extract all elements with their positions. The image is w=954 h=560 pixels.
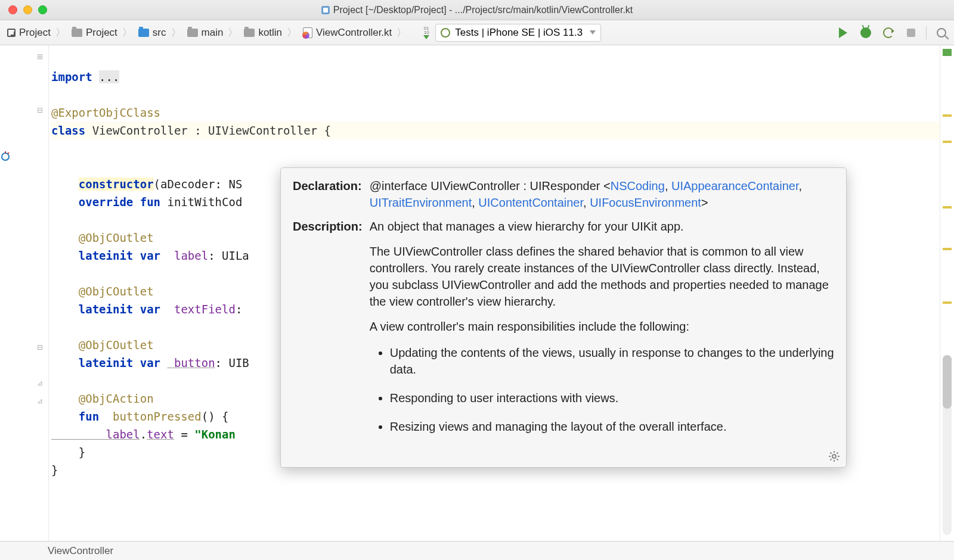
breadcrumb-root-label: Project xyxy=(19,27,51,39)
doc-link[interactable]: UIAppearanceContainer xyxy=(671,179,798,192)
inspection-status-marker[interactable] xyxy=(943,49,952,56)
fold-toggle-icon[interactable]: ⊟ xyxy=(37,343,43,351)
doc-list-item: Resizing views and managing the layout o… xyxy=(390,418,834,435)
window-controls xyxy=(0,5,47,14)
search-everywhere-button[interactable] xyxy=(934,25,949,41)
warning-marker[interactable] xyxy=(943,248,952,250)
coverage-button[interactable] xyxy=(881,25,896,41)
breadcrumb-main[interactable]: main 〉 xyxy=(185,26,241,39)
stop-icon xyxy=(907,29,915,37)
close-window-button[interactable] xyxy=(8,5,17,14)
doc-declaration-key: Declaration: xyxy=(293,178,370,218)
chevron-right-icon: 〉 xyxy=(287,26,297,39)
doc-list-item: Responding to user interactions with vie… xyxy=(390,390,834,406)
folder-icon xyxy=(72,29,82,37)
download-icon: 0110 xyxy=(423,26,429,39)
editor-area: ⊞ ⊟ ⊟ ⊿ ⊿ import ... @ExportObjCClass cl… xyxy=(0,45,954,541)
window-title: Project [~/Desktop/Project] - .../Projec… xyxy=(0,5,954,15)
dropdown-icon xyxy=(590,30,596,35)
breadcrumb-project[interactable]: Project 〉 xyxy=(69,26,135,39)
debug-button[interactable] xyxy=(858,25,874,41)
doc-table: Declaration: @interface UIViewController… xyxy=(293,178,834,454)
fold-end-icon[interactable]: ⊿ xyxy=(37,397,43,405)
run-config-label: Tests | iPhone SE | iOS 11.3 xyxy=(455,27,583,39)
coverage-icon xyxy=(883,27,894,38)
breadcrumb-file[interactable]: ViewController.kt 〉 xyxy=(301,26,409,39)
doc-link[interactable]: NSCoding xyxy=(611,179,665,192)
doc-link[interactable]: UIFocusEnvironment xyxy=(590,196,701,209)
svg-line-9 xyxy=(837,453,838,454)
breadcrumb-root[interactable]: Project 〉 xyxy=(5,26,68,39)
breadcrumb-src[interactable]: src 〉 xyxy=(136,26,184,39)
breadcrumb-kotlin[interactable]: kotlin 〉 xyxy=(241,26,299,39)
project-root-icon xyxy=(7,29,16,37)
breadcrumb-label: Project xyxy=(86,27,117,39)
chevron-right-icon: 〉 xyxy=(171,26,181,39)
warning-marker[interactable] xyxy=(943,301,952,304)
left-tool-strip xyxy=(0,45,20,541)
stop-button[interactable] xyxy=(903,25,919,41)
svg-line-6 xyxy=(831,453,832,454)
play-icon xyxy=(839,27,847,38)
doc-list-item: Updating the contents of the views, usua… xyxy=(390,344,834,378)
status-breadcrumb[interactable]: ViewController xyxy=(48,545,113,557)
warning-marker[interactable] xyxy=(943,206,952,209)
run-target-icon xyxy=(441,28,450,38)
warning-marker[interactable] xyxy=(943,141,952,143)
svg-point-0 xyxy=(2,153,9,160)
scrollbar-thumb[interactable] xyxy=(943,355,952,409)
implementing-method-icon[interactable] xyxy=(0,151,11,162)
folder-icon xyxy=(138,29,149,37)
search-icon xyxy=(937,28,946,38)
sync-button[interactable]: 0110 xyxy=(419,25,434,41)
breadcrumb-label: src xyxy=(153,27,166,39)
svg-line-7 xyxy=(837,459,838,460)
quick-documentation-popup: Declaration: @interface UIViewController… xyxy=(280,167,847,468)
editor-gutter[interactable]: ⊞ ⊟ ⊟ ⊿ ⊿ xyxy=(20,45,49,541)
scrollbar-track[interactable] xyxy=(943,355,952,535)
run-configuration-select[interactable]: Tests | iPhone SE | iOS 11.3 xyxy=(435,24,601,42)
chevron-right-icon: 〉 xyxy=(122,26,132,39)
window-title-text: Project [~/Desktop/Project] - .../Projec… xyxy=(333,5,633,15)
svg-point-1 xyxy=(832,455,836,458)
gear-icon xyxy=(828,450,840,462)
run-button[interactable] xyxy=(835,25,851,41)
breadcrumb-label: kotlin xyxy=(258,27,282,39)
fold-end-icon[interactable]: ⊿ xyxy=(37,379,43,387)
main-toolbar: Project 〉 Project 〉 src 〉 main 〉 kotlin … xyxy=(0,20,954,45)
doc-description-value: An object that manages a view hierarchy … xyxy=(370,218,834,454)
project-icon xyxy=(321,6,330,14)
bug-icon xyxy=(860,27,871,38)
warning-marker[interactable] xyxy=(943,114,952,117)
doc-link[interactable]: UITraitEnvironment xyxy=(370,196,472,209)
breadcrumb-label: main xyxy=(202,27,224,39)
doc-link[interactable]: UIContentContainer xyxy=(478,196,583,209)
breadcrumb-label: ViewController.kt xyxy=(316,27,392,39)
fold-toggle-icon[interactable]: ⊞ xyxy=(37,52,43,61)
toolbar-separator xyxy=(926,26,927,39)
doc-description-key: Description: xyxy=(293,218,370,454)
zoom-window-button[interactable] xyxy=(38,5,47,14)
minimize-window-button[interactable] xyxy=(23,5,32,14)
fold-toggle-icon[interactable]: ⊟ xyxy=(37,106,43,114)
doc-settings-button[interactable] xyxy=(828,450,840,462)
window-titlebar: Project [~/Desktop/Project] - .../Projec… xyxy=(0,0,954,20)
doc-declaration-value: @interface UIViewController : UIResponde… xyxy=(370,178,834,218)
folder-icon xyxy=(187,29,198,37)
folder-icon xyxy=(244,29,255,37)
svg-line-8 xyxy=(831,459,832,460)
chevron-right-icon: 〉 xyxy=(55,26,66,39)
status-bar: ViewController xyxy=(0,541,954,560)
kotlin-file-icon xyxy=(303,27,312,38)
chevron-right-icon: 〉 xyxy=(228,26,238,39)
chevron-right-icon: 〉 xyxy=(397,26,407,39)
editor-marker-strip[interactable] xyxy=(940,45,954,541)
